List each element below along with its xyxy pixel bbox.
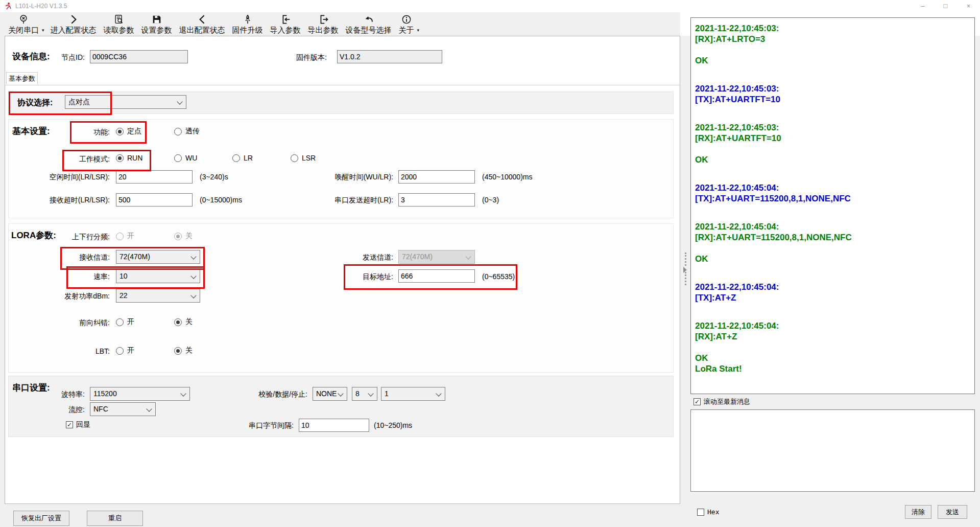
uart-tx-timeout-hint: (0~3): [482, 196, 499, 204]
mode-radio-lr[interactable]: LR: [232, 154, 253, 162]
idle-time-hint: (3~240)s: [200, 173, 228, 181]
data-bits-select[interactable]: 8: [352, 387, 377, 401]
stop-bits-select[interactable]: 1: [381, 387, 445, 401]
maximize-button[interactable]: □: [934, 0, 957, 12]
toolbar-model-select-button[interactable]: 设备型号选择: [346, 14, 392, 35]
baud-rate-select[interactable]: 115200: [90, 387, 190, 401]
lbt-radio-on[interactable]: 开: [116, 346, 134, 355]
log-output[interactable]: 2021-11-22,10:45:03:[RX]:AT+LRTO=3 OK202…: [690, 17, 975, 394]
radio-selected-icon: [116, 154, 124, 162]
function-radio-dingdian[interactable]: 定点: [116, 127, 141, 136]
wake-time-field[interactable]: [398, 170, 475, 184]
radio-icon: [116, 318, 124, 326]
target-address-field[interactable]: [398, 269, 475, 283]
toolbar: 关闭串口▾进入配置状态读取参数设置参数退出配置状态固件升级导入参数导出参数设备型…: [0, 12, 680, 36]
flow-control-label: 流控:: [34, 405, 85, 415]
chevron-down-icon: [146, 406, 152, 411]
toolbar-read-params-button[interactable]: 读取参数: [104, 14, 134, 35]
function-radio-touchuan[interactable]: 透传: [174, 127, 200, 136]
model-select-icon: [363, 14, 374, 25]
title-bar: L101-L-H20 V1.3.5 – □ ×: [0, 0, 980, 12]
target-address-label: 目标地址:: [337, 272, 393, 282]
close-button[interactable]: ×: [957, 0, 980, 12]
toolbar-write-params-button[interactable]: 设置参数: [141, 14, 172, 35]
tab-strip: 基本参数: [5, 72, 680, 85]
log-entry: 2021-11-22,10:45:04:[TX]:AT+UART=115200,…: [695, 182, 970, 204]
send-button[interactable]: 发送: [938, 505, 967, 519]
updown-radio-off: 关: [174, 232, 193, 241]
echo-checkbox[interactable]: ✓ 回显: [66, 420, 90, 429]
send-input[interactable]: [690, 409, 975, 492]
rx-channel-select[interactable]: 72(470M): [116, 250, 200, 264]
toolbar-label: 进入配置状态: [51, 26, 97, 35]
tab-basic-params[interactable]: 基本参数: [6, 72, 38, 84]
toolbar-export-params-button[interactable]: 导出参数: [308, 14, 339, 35]
dropdown-caret-icon[interactable]: ▾: [417, 28, 420, 33]
toolbar-label: 设置参数: [141, 26, 172, 35]
factory-reset-button[interactable]: 恢复出厂设置: [13, 511, 69, 526]
fec-radio-on[interactable]: 开: [116, 317, 134, 327]
lora-params-title: LORA参数:: [11, 230, 56, 241]
toolbar-exit-config-button[interactable]: 退出配置状态: [179, 14, 225, 35]
mode-radio-run[interactable]: RUN: [116, 154, 142, 162]
app-window: { "window": { "title": "L101-L-H20 V1.3.…: [0, 0, 980, 527]
uart-tx-timeout-label: 串口发送超时(LR):: [299, 196, 393, 205]
toolbar-serial-close-button[interactable]: 关闭串口: [8, 14, 39, 35]
radio-icon: [232, 154, 240, 162]
rx-timeout-field[interactable]: [116, 193, 193, 207]
hex-checkbox[interactable]: Hex: [697, 508, 719, 516]
checkbox-checked-icon: ✓: [694, 398, 701, 405]
log-entry: 2021-11-22,10:45:03:[TX]:AT+UARTFT=10: [695, 83, 970, 105]
dropdown-caret-icon[interactable]: ▾: [42, 28, 44, 33]
protocol-select[interactable]: 点对点: [65, 95, 186, 109]
radio-icon: [116, 233, 124, 240]
rate-label: 速率:: [54, 272, 110, 282]
node-id-field[interactable]: [90, 50, 188, 63]
chevron-down-icon: [190, 254, 196, 259]
idle-time-field[interactable]: [116, 170, 193, 184]
toolbar-label: 退出配置状态: [179, 26, 225, 35]
tx-power-select[interactable]: 22: [116, 289, 200, 303]
toolbar-about-button[interactable]: 关于: [399, 14, 414, 35]
wake-time-hint: (450~10000)ms: [482, 173, 532, 181]
splitter-grip-dots: [685, 253, 686, 266]
toolbar-label: 导入参数: [270, 26, 301, 35]
basic-settings-title: 基本设置:: [12, 125, 50, 137]
chevron-down-icon: [190, 273, 196, 279]
chevron-down-icon: [436, 391, 441, 396]
toolbar-label: 固件升级: [232, 26, 263, 35]
checkbox-unchecked-icon: [697, 509, 704, 516]
mode-radio-wu[interactable]: WU: [174, 154, 197, 162]
about-icon: [401, 14, 412, 25]
parity-select[interactable]: NONE: [313, 387, 347, 401]
reboot-button[interactable]: 重启: [87, 511, 143, 526]
lbt-radio-off[interactable]: 关: [174, 346, 193, 355]
flow-control-select[interactable]: NFC: [90, 402, 156, 416]
radio-icon: [174, 154, 182, 162]
read-params-icon: [113, 14, 125, 25]
rate-select[interactable]: 10: [116, 269, 200, 283]
log-entry: 2021-11-22,10:45:04:[RX]:AT+UART=115200,…: [695, 221, 970, 264]
splitter-handle[interactable]: [681, 36, 689, 504]
fec-radio-off[interactable]: 关: [174, 317, 193, 327]
log-entry: 2021-11-22,10:45:03:[RX]:AT+LRTO=3 OK: [695, 23, 970, 66]
parity-data-stop-label: 校验/数据/停止:: [241, 390, 307, 399]
updown-radio-on: 开: [116, 232, 134, 241]
minimize-button[interactable]: –: [911, 0, 934, 12]
toolbar-label: 关闭串口: [8, 26, 39, 35]
window-title: L101-L-H20 V1.3.5: [15, 3, 67, 10]
scroll-latest-checkbox[interactable]: ✓ 滚动至最新消息: [694, 397, 750, 406]
byte-interval-field[interactable]: [299, 419, 369, 432]
toolbar-import-params-button[interactable]: 导入参数: [270, 14, 301, 35]
function-label: 功能:: [59, 128, 110, 137]
clear-button[interactable]: 清除: [905, 505, 931, 519]
splitter-grip-dots: [685, 272, 686, 285]
toolbar-firmware-upgrade-button[interactable]: 固件升级: [232, 14, 263, 35]
enter-config-icon: [68, 14, 79, 25]
target-address-hint: (0~65535): [482, 272, 515, 281]
toolbar-enter-config-button[interactable]: 进入配置状态: [51, 14, 97, 35]
uart-tx-timeout-field[interactable]: [398, 193, 475, 207]
mode-radio-lsr[interactable]: LSR: [291, 154, 316, 162]
firmware-version-field[interactable]: [337, 50, 442, 63]
radio-icon: [174, 128, 182, 135]
